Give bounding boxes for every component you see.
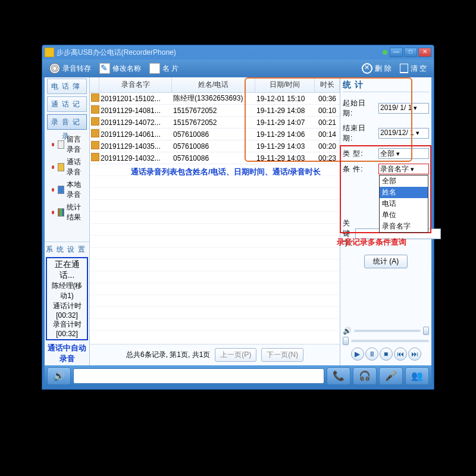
col-contact[interactable]: 姓名/电话 <box>172 77 255 92</box>
dial-input[interactable] <box>73 368 324 384</box>
cell-contact: 057610086 <box>172 153 255 164</box>
maximize-button[interactable]: □ <box>404 48 417 57</box>
film-icon <box>91 141 99 149</box>
next-page-button[interactable]: 下一页(N) <box>261 348 303 362</box>
start-date-label: 起始日期: <box>343 98 376 118</box>
clear-button[interactable]: 清 空 <box>396 62 430 75</box>
volume-knob[interactable] <box>423 327 429 335</box>
cell-duration: 00:10 <box>315 105 340 116</box>
table-row[interactable]: 20191129-14081...1515767205219-11-29 14:… <box>90 105 340 117</box>
start-date-select[interactable]: 2019/ 1/ 1 ▾ <box>378 103 429 114</box>
table-header: 录音名字 姓名/电话 日期/时间 时长 <box>90 77 340 93</box>
reel-icon <box>49 63 60 74</box>
mic-button[interactable]: 🎤 <box>379 367 403 385</box>
edit-icon <box>99 63 110 74</box>
film-icon <box>91 153 99 161</box>
dropdown-option[interactable]: 单位 <box>380 209 428 221</box>
system-settings-link[interactable]: 系统设置 <box>45 242 89 256</box>
table-row[interactable]: 20191201-15102...陈经理(13362653693)19-12-0… <box>90 93 340 105</box>
col-datetime[interactable]: 日期/时间 <box>255 77 315 92</box>
cell-contact: 15157672052 <box>172 105 255 116</box>
stats-button[interactable]: 统计 (A) <box>364 255 408 268</box>
headset-button[interactable]: 🎧 <box>353 367 377 385</box>
cell-name: 20191129-14081... <box>99 105 172 116</box>
film-icon <box>91 105 99 114</box>
minimize-button[interactable]: — <box>390 48 403 57</box>
rename-button[interactable]: 修改名称 <box>96 62 145 75</box>
pause-button[interactable]: ⏸ <box>365 347 378 361</box>
save-recording-button[interactable]: 录音转存 <box>46 62 95 75</box>
play-button[interactable]: ▶ <box>351 347 364 361</box>
namecard-button[interactable]: 名 片 <box>146 62 182 75</box>
seek-track[interactable] <box>351 340 429 342</box>
nav-calllog[interactable]: 通话记录 <box>47 96 87 112</box>
call-status-box: 正在通话... 陈经理(移动1) 通话计时 [00:32] 录音计时 [00:3… <box>46 257 88 340</box>
tree-local-rec[interactable]: 本地录音 <box>47 178 87 201</box>
rewind-button[interactable]: ⏮ <box>394 347 407 361</box>
delete-button[interactable]: 删 除 <box>358 62 394 75</box>
table-row[interactable]: 20191129-14061...05761008619-11-29 14:06… <box>90 129 340 140</box>
app-window: 步步高USB办公电话(RecorderPhone) — □ ✕ 录音转存 修改名… <box>42 45 434 390</box>
condition-dropdown: 全部姓名电话单位录音名字 <box>379 175 428 233</box>
bullet-icon <box>52 165 54 169</box>
status-dot-icon <box>383 50 387 55</box>
auto-record-label: 通话中自动录音 <box>45 342 89 365</box>
stats-title: 统计 <box>343 80 429 92</box>
cell-contact: 057610086 <box>172 141 255 152</box>
sidebar: 电话簿 通话记录 录音记录 留言录音 通话录音 本地录音 统计结果 系统设置 正… <box>45 77 90 365</box>
audio-player: 🔊 ▶ ⏸ ■ ⏮ ⏭ <box>343 322 429 363</box>
annotation-filter-note: 录音记录多条件查询 <box>337 237 406 248</box>
forward-button[interactable]: ⏭ <box>408 347 421 361</box>
cell-duration: 00:21 <box>315 117 340 128</box>
cell-datetime: 19-11-29 14:07 <box>255 117 315 128</box>
col-name[interactable]: 录音名字 <box>99 77 172 92</box>
speaker-button[interactable]: 🔊 <box>47 367 71 385</box>
cell-contact: 陈经理(13362653693) <box>172 93 255 105</box>
dropdown-option[interactable]: 全部 <box>380 176 428 187</box>
main-panel: 录音名字 姓名/电话 日期/时间 时长 20191201-15102...陈经理… <box>90 77 340 365</box>
tree-msg-rec[interactable]: 留言录音 <box>47 133 87 156</box>
dial-button[interactable]: 📞 <box>327 367 350 385</box>
nav-reclog[interactable]: 录音记录 <box>47 114 87 130</box>
contacts-button[interactable]: 👥 <box>405 367 429 385</box>
stop-button[interactable]: ■ <box>380 347 393 361</box>
app-icon <box>45 48 54 57</box>
delete-icon <box>362 63 372 74</box>
tree-stats[interactable]: 统计结果 <box>47 201 87 224</box>
end-date-label: 结束日期: <box>343 123 376 143</box>
table-row[interactable]: 20191129-14035...05761008619-11-29 14:03… <box>90 140 340 152</box>
cell-datetime: 19-11-29 14:08 <box>255 105 315 116</box>
dropdown-option[interactable]: 姓名 <box>380 187 428 198</box>
seek-knob[interactable] <box>343 337 349 345</box>
cell-name: 20191201-15102... <box>99 93 172 104</box>
table-row[interactable]: 20191129-14032...05761008619-11-29 14:03… <box>90 152 340 164</box>
film-icon <box>91 129 99 137</box>
tree-call-rec[interactable]: 通话录音 <box>47 156 87 178</box>
table-body: 20191201-15102...陈经理(13362653693)19-12-0… <box>90 93 340 344</box>
volume-track[interactable] <box>354 330 421 332</box>
toolbar: 录音转存 修改名称 名 片 删 除 清 空 <box>42 60 434 77</box>
cell-duration: 00:14 <box>315 129 340 140</box>
film-icon <box>91 117 99 126</box>
nav-phonebook[interactable]: 电话簿 <box>47 79 87 94</box>
table-row[interactable]: 20191129-14072...1515767205219-11-29 14:… <box>90 117 340 129</box>
prev-page-button[interactable]: 上一页(P) <box>215 348 256 362</box>
type-label: 类 型: <box>343 149 376 159</box>
cell-duration: 00:20 <box>315 141 340 152</box>
film-icon <box>91 93 99 102</box>
category-tree: 留言录音 通话录音 本地录音 统计结果 <box>45 131 89 242</box>
annotation-list-note: 通话录音列表包含姓名/电话、日期时间、通话/录音时长 <box>131 167 321 177</box>
rec-timer: 录音计时 [00:32] <box>49 320 84 338</box>
dropdown-option[interactable]: 电话 <box>380 198 428 209</box>
condition-select[interactable]: 录音名字 ▾ 全部姓名电话单位录音名字 <box>378 164 429 174</box>
cell-datetime: 19-11-29 14:03 <box>255 141 315 152</box>
close-button[interactable]: ✕ <box>418 48 431 57</box>
end-date-select[interactable]: 2019/12/ 1 ▾ <box>378 128 429 139</box>
folder-icon <box>58 186 64 194</box>
type-select[interactable]: 全部 ▾ <box>378 148 429 159</box>
volume-icon: 🔊 <box>343 327 352 335</box>
cell-contact: 057610086 <box>172 129 255 140</box>
dropdown-option[interactable]: 录音名字 <box>380 221 428 232</box>
col-duration[interactable]: 时长 <box>315 77 340 92</box>
call-timer: 通话计时 [00:32] <box>49 301 84 320</box>
